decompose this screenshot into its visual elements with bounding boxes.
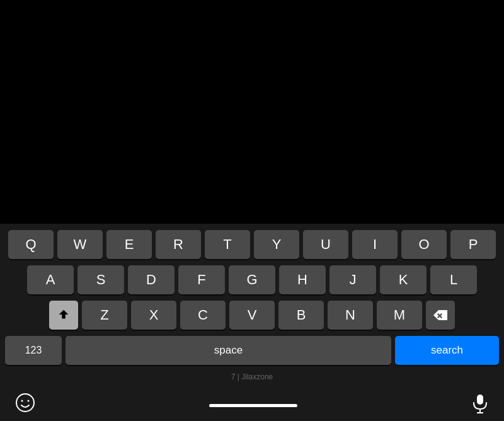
key-r[interactable]: R: [156, 230, 201, 259]
keyboard-row-3: Z X C V B N M: [3, 301, 501, 330]
space-label: space: [214, 344, 243, 357]
key-f[interactable]: F: [178, 265, 225, 294]
key-m[interactable]: M: [377, 301, 422, 330]
search-label: search: [431, 344, 463, 357]
key-s[interactable]: S: [77, 265, 124, 294]
key-h[interactable]: H: [279, 265, 326, 294]
key-o[interactable]: O: [401, 230, 447, 259]
key-v[interactable]: V: [229, 301, 275, 330]
key-q[interactable]: Q: [8, 230, 54, 259]
key-a[interactable]: A: [27, 265, 74, 294]
keyboard-row-bottom: 123 space search: [3, 336, 501, 365]
svg-point-1: [21, 400, 23, 402]
backspace-icon: [433, 309, 448, 321]
key-d[interactable]: D: [128, 265, 175, 294]
shift-icon: [57, 308, 71, 322]
key-z[interactable]: Z: [82, 301, 127, 330]
key-b[interactable]: B: [278, 301, 324, 330]
key-c[interactable]: C: [180, 301, 226, 330]
key-j[interactable]: J: [329, 265, 376, 294]
home-indicator: [209, 404, 297, 407]
key-p[interactable]: P: [450, 230, 496, 259]
keyboard-row-2: A S D F G H J K L: [3, 265, 501, 294]
space-key[interactable]: space: [66, 336, 391, 365]
backspace-key[interactable]: [426, 301, 455, 330]
key-g[interactable]: G: [229, 265, 275, 294]
search-key[interactable]: search: [395, 336, 499, 365]
numbers-label: 123: [25, 345, 42, 356]
key-n[interactable]: N: [328, 301, 373, 330]
key-t[interactable]: T: [205, 230, 250, 259]
emoji-key[interactable]: [15, 393, 35, 417]
key-e[interactable]: E: [106, 230, 152, 259]
microphone-icon: [471, 394, 489, 414]
keyboard-bottom-bar: [3, 388, 501, 421]
microphone-key[interactable]: [471, 394, 489, 417]
key-i[interactable]: I: [352, 230, 398, 259]
svg-rect-3: [477, 395, 483, 405]
watermark: 7 | Jilaxzone: [3, 371, 501, 381]
key-l[interactable]: L: [430, 265, 477, 294]
svg-point-0: [16, 394, 34, 412]
key-w[interactable]: W: [57, 230, 103, 259]
keyboard-row-1: Q W E R T Y U I O P: [3, 230, 501, 259]
shift-key[interactable]: [49, 301, 78, 330]
key-y[interactable]: Y: [254, 230, 299, 259]
key-x[interactable]: X: [131, 301, 176, 330]
svg-point-2: [28, 400, 30, 402]
emoji-icon: [15, 393, 35, 413]
key-k[interactable]: K: [380, 265, 427, 294]
keyboard-container: Q W E R T Y U I O P A S D F G H J K L Z …: [0, 224, 504, 421]
key-u[interactable]: U: [303, 230, 348, 259]
numbers-key[interactable]: 123: [5, 336, 62, 365]
